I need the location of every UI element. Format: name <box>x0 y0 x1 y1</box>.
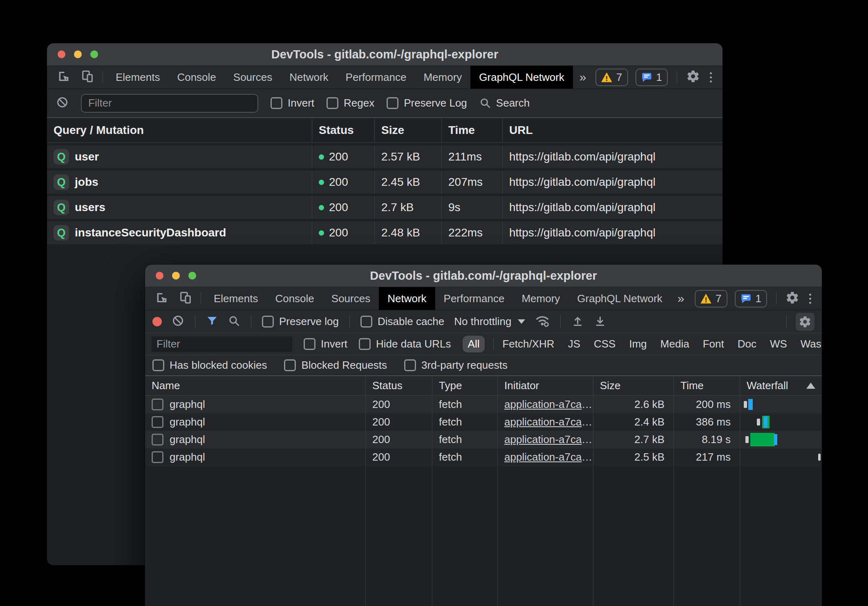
invert-checkbox[interactable] <box>271 97 282 109</box>
inspect-element-icon[interactable] <box>155 291 169 306</box>
invert-checkbox[interactable] <box>304 338 315 350</box>
import-har-icon[interactable] <box>571 314 584 329</box>
export-har-icon[interactable] <box>594 314 606 329</box>
table-row[interactable]: QinstanceSecurityDashboard 200 2.48 kB 2… <box>47 221 723 244</box>
record-network-log-button[interactable] <box>152 317 162 326</box>
initiator-link[interactable]: application-a7ca9d0… <box>504 416 593 428</box>
column-header-time[interactable]: Time <box>441 118 502 143</box>
initiator-link[interactable]: application-a7ca9d0… <box>504 451 593 463</box>
more-options-icon[interactable] <box>807 294 814 304</box>
column-header-type[interactable]: Type <box>432 376 497 395</box>
column-header-time[interactable]: Time <box>673 376 740 395</box>
network-filter-input[interactable] <box>152 336 292 352</box>
minimize-window-button[interactable] <box>74 51 82 58</box>
row-checkbox[interactable] <box>152 416 163 428</box>
table-row[interactable]: graphql 200 fetch application-a7ca9d0… 2… <box>145 431 822 448</box>
has-blocked-cookies-checkbox[interactable] <box>152 359 164 371</box>
type-filter-media[interactable]: Media <box>660 338 689 350</box>
initiator-link[interactable]: application-a7ca9d0… <box>504 398 593 411</box>
tab-performance[interactable]: Performance <box>435 287 513 310</box>
type-filter-font[interactable]: Font <box>703 338 724 350</box>
tab-elements[interactable]: Elements <box>107 66 168 89</box>
type-filter-wasm[interactable]: Wasm <box>801 338 822 350</box>
row-checkbox[interactable] <box>152 434 163 446</box>
messages-badge[interactable]: 1 <box>635 69 668 86</box>
settings-gear-icon[interactable] <box>686 69 700 85</box>
search-group[interactable]: Search <box>479 97 530 109</box>
network-filter-row: Invert Hide data URLs All Fetch/XHR JS C… <box>145 333 822 355</box>
regex-checkbox[interactable] <box>327 97 338 109</box>
tab-performance[interactable]: Performance <box>337 66 415 89</box>
tab-console[interactable]: Console <box>168 66 224 89</box>
preserve-log-checkbox[interactable] <box>387 97 398 109</box>
table-row[interactable]: graphql 200 fetch application-a7ca9d0… 2… <box>145 448 822 466</box>
more-options-icon[interactable] <box>707 72 714 82</box>
query-name: jobs <box>75 176 98 189</box>
type-filter-all[interactable]: All <box>463 336 485 352</box>
device-toolbar-icon[interactable] <box>179 291 192 306</box>
tab-elements[interactable]: Elements <box>205 287 266 310</box>
column-header-query-mutation[interactable]: Query / Mutation <box>47 118 312 143</box>
table-row[interactable]: graphql 200 fetch application-a7ca9d0… 2… <box>145 396 822 413</box>
graphql-filter-input[interactable] <box>81 94 258 113</box>
tab-console[interactable]: Console <box>266 287 322 310</box>
throttling-dropdown[interactable]: No throttling <box>454 315 525 328</box>
tab-sources[interactable]: Sources <box>323 287 379 310</box>
warnings-count: 7 <box>616 71 622 84</box>
column-header-status[interactable]: Status <box>365 376 432 395</box>
type-filter-js[interactable]: JS <box>568 338 580 350</box>
tab-memory[interactable]: Memory <box>513 287 568 310</box>
clear-network-log-icon[interactable] <box>172 314 184 329</box>
tab-sources[interactable]: Sources <box>225 66 281 89</box>
close-window-button[interactable] <box>156 272 163 280</box>
hide-data-urls-checkbox[interactable] <box>359 338 371 350</box>
row-checkbox[interactable] <box>152 399 163 410</box>
minimize-window-button[interactable] <box>172 272 180 280</box>
table-row[interactable]: Qjobs 200 2.45 kB 207ms https://gitlab.c… <box>47 171 723 194</box>
initiator-link[interactable]: application-a7ca9d0… <box>504 433 593 446</box>
messages-badge[interactable]: 1 <box>735 290 767 307</box>
waterfall-cell <box>740 396 822 413</box>
type-filter-ws[interactable]: WS <box>770 338 787 350</box>
column-header-url[interactable]: URL <box>502 118 723 143</box>
table-row[interactable]: Qusers 200 2.7 kB 9s https://gitlab.com/… <box>47 196 723 219</box>
blocked-requests-checkbox[interactable] <box>284 359 296 371</box>
inspect-element-icon[interactable] <box>57 69 71 85</box>
column-header-status[interactable]: Status <box>312 118 374 143</box>
column-header-name[interactable]: Name <box>145 376 365 395</box>
zoom-window-button[interactable] <box>188 272 196 280</box>
tab-graphql-network[interactable]: GraphQL Network <box>470 66 573 89</box>
network-conditions-icon[interactable] <box>535 314 550 329</box>
warnings-badge[interactable]: 7 <box>595 69 628 86</box>
zoom-window-button[interactable] <box>90 51 98 58</box>
third-party-requests-checkbox[interactable] <box>404 359 416 371</box>
row-checkbox[interactable] <box>152 451 163 463</box>
warnings-badge[interactable]: 7 <box>695 290 727 307</box>
block-icon[interactable] <box>56 96 69 110</box>
network-settings-gear-button[interactable] <box>796 313 814 331</box>
column-header-size[interactable]: Size <box>593 376 673 395</box>
regex-checkbox-group: Regex <box>327 97 374 109</box>
tab-memory[interactable]: Memory <box>415 66 470 89</box>
column-header-size[interactable]: Size <box>374 118 441 143</box>
filter-funnel-icon[interactable] <box>206 315 218 329</box>
device-toolbar-icon[interactable] <box>81 69 94 85</box>
type-filter-css[interactable]: CSS <box>594 338 615 350</box>
type-filter-doc[interactable]: Doc <box>738 338 756 350</box>
type-filter-fetch-xhr[interactable]: Fetch/XHR <box>502 338 554 350</box>
more-tabs-button[interactable]: » <box>671 287 691 310</box>
preserve-log-checkbox[interactable] <box>262 316 274 328</box>
tab-network[interactable]: Network <box>281 66 337 89</box>
type-filter-img[interactable]: Img <box>629 338 647 350</box>
disable-cache-checkbox[interactable] <box>360 316 372 328</box>
column-header-waterfall[interactable]: Waterfall <box>740 376 822 395</box>
table-row[interactable]: Quser 200 2.57 kB 211ms https://gitlab.c… <box>47 145 723 168</box>
tab-network[interactable]: Network <box>379 287 435 310</box>
tab-graphql-network[interactable]: GraphQL Network <box>568 287 671 310</box>
table-row[interactable]: graphql 200 fetch application-a7ca9d0… 2… <box>145 413 822 431</box>
settings-gear-icon[interactable] <box>785 291 799 306</box>
more-tabs-button[interactable]: » <box>573 66 593 89</box>
column-header-initiator[interactable]: Initiator <box>497 376 593 395</box>
search-icon[interactable] <box>228 315 240 329</box>
close-window-button[interactable] <box>58 51 65 58</box>
